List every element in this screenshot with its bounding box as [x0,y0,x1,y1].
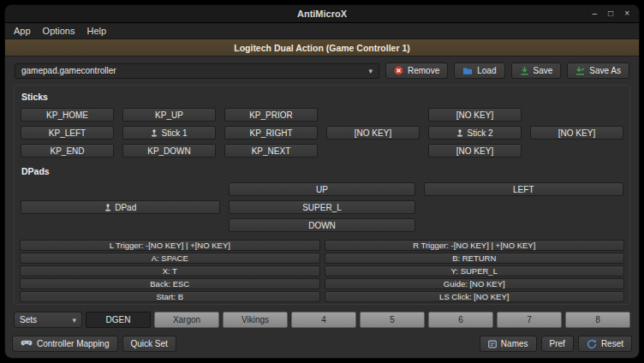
dpads-heading: DPads [19,158,625,182]
set-tab-4[interactable]: 4 [291,312,356,328]
sets-menu-button[interactable]: Sets ▾ [14,312,82,328]
l-trigger-button[interactable]: L Trigger: -[NO KEY] | +[NO KEY] [20,240,320,251]
reset-button[interactable]: Reset [578,336,632,352]
ls-click-button[interactable]: LS Click: [NO KEY] [325,291,625,302]
profile-combobox[interactable]: gamepad.gamecontroller ▾ [15,63,379,79]
sets-row: Sets ▾ DGEN Xargon Vikings 4 5 6 7 8 [5,305,639,330]
save-icon [520,66,529,75]
stick2-up-button[interactable]: [NO KEY] [428,108,522,122]
dpad-up-button[interactable]: UP [229,182,414,196]
footer-bar: Controller Mapping Quick Set Names Pref … [5,330,639,358]
maximize-button[interactable]: □ [608,9,613,18]
dpads-grid: UP LEFT DPad SUPER_L DOWN [19,182,625,232]
stick2-down-button[interactable]: [NO KEY] [428,144,522,158]
back-button[interactable]: Back: ESC [20,278,320,289]
dpad-left-button[interactable]: LEFT [424,182,623,196]
pref-label: Pref [550,339,565,348]
quick-set-button[interactable]: Quick Set [122,336,176,352]
load-label: Load [477,66,496,75]
names-icon [488,340,497,348]
a-button[interactable]: A: SPACE [20,253,320,264]
stick2-left-button[interactable]: [NO KEY] [326,126,420,140]
sets-label: Sets [20,315,37,324]
stick1-up-left-button[interactable]: KP_HOME [21,108,114,122]
joystick-icon [151,129,158,137]
joystick-icon [456,129,463,137]
remove-button[interactable]: Remove [385,62,448,79]
y-button[interactable]: Y: SUPER_L [325,265,625,277]
set-tab-5[interactable]: 5 [360,312,425,328]
save-label: Save [534,66,553,75]
stick1-down-right-button[interactable]: KP_NEXT [224,144,318,158]
quick-set-label: Quick Set [131,339,168,348]
save-as-label: Save As [589,66,621,75]
button-mappings: L Trigger: -[NO KEY] | +[NO KEY] R Trigg… [19,240,625,305]
stick2-label: Stick 2 [467,128,492,138]
save-as-button[interactable]: Save As [567,62,629,79]
b-button[interactable]: B: RETURN [325,253,625,264]
stick1-left-button[interactable]: KP_LEFT [21,126,114,140]
profile-value: gamepad.gamecontroller [21,66,116,75]
names-label: Names [501,339,528,348]
set-tab-6[interactable]: 6 [428,312,493,328]
app-window: AntiMicroX – □ × App Options Help Logite… [4,4,640,359]
titlebar: AntiMicroX – □ × [5,5,639,23]
stick2-right-button[interactable]: [NO KEY] [530,126,623,140]
window-title: AntiMicroX [297,9,347,19]
controller-mapping-label: Controller Mapping [37,339,110,348]
reset-label: Reset [601,339,623,348]
close-button[interactable]: × [624,9,629,18]
pref-button[interactable]: Pref [541,336,574,352]
stick1-up-button[interactable]: KP_UP [122,108,216,122]
main-panel: Sticks KP_HOME KP_UP KP_PRIOR [NO KEY] K… [14,85,630,305]
set-tab-8[interactable]: 8 [565,312,630,328]
stick1-down-button[interactable]: KP_DOWN [122,144,216,158]
menu-options[interactable]: Options [37,24,81,38]
grid-spacer [326,144,420,158]
stick2-button[interactable]: Stick 2 [428,126,522,140]
stick1-up-right-button[interactable]: KP_PRIOR [224,108,318,122]
stick1-button[interactable]: Stick 1 [122,126,216,140]
dpad-button[interactable]: DPad [21,200,220,214]
set-tab-3[interactable]: Vikings [223,312,288,328]
menubar: App Options Help [5,23,639,39]
grid-spacer [530,144,623,158]
sticks-grid: KP_HOME KP_UP KP_PRIOR [NO KEY] KP_LEFT … [19,108,625,158]
reset-icon [587,339,597,349]
names-button[interactable]: Names [480,336,537,352]
guide-button[interactable]: Guide: [NO KEY] [325,278,625,289]
remove-label: Remove [408,66,439,75]
chevron-down-icon: ▾ [72,316,76,324]
remove-icon [394,66,403,75]
stick1-label: Stick 1 [161,128,187,138]
r-trigger-button[interactable]: R Trigger: -[NO KEY] | +[NO KEY] [325,240,625,251]
joystick-icon [104,204,111,211]
chevron-down-icon: ▾ [368,67,373,75]
minimize-button[interactable]: – [593,9,598,18]
stick1-right-button[interactable]: KP_RIGHT [224,126,318,140]
sticks-heading: Sticks [19,89,625,108]
dpad-right-button[interactable]: SUPER_L [229,200,414,214]
save-button[interactable]: Save [511,62,562,79]
set-tab-1[interactable]: DGEN [86,312,151,328]
tab-controller[interactable]: Logitech Dual Action (Game Controller 1) [5,39,639,57]
start-button[interactable]: Start: B [20,291,320,302]
load-button[interactable]: Load [454,62,504,79]
gamepad-icon [21,340,33,348]
stick1-down-left-button[interactable]: KP_END [21,144,114,158]
x-button[interactable]: X: T [20,265,320,277]
menu-help[interactable]: Help [81,24,113,38]
dpad-down-button[interactable]: DOWN [229,218,414,232]
set-tab-7[interactable]: 7 [497,312,562,328]
set-tab-2[interactable]: Xargon [154,312,219,328]
dpad-label: DPad [115,203,136,212]
grid-spacer [326,108,420,122]
folder-open-icon [462,67,473,75]
menu-app[interactable]: App [8,24,37,38]
profile-row: gamepad.gamecontroller ▾ Remove Load Sav… [5,57,639,83]
grid-spacer [530,108,623,122]
window-controls: – □ × [593,5,629,22]
save-as-icon [575,66,585,75]
controller-mapping-button[interactable]: Controller Mapping [12,336,118,352]
